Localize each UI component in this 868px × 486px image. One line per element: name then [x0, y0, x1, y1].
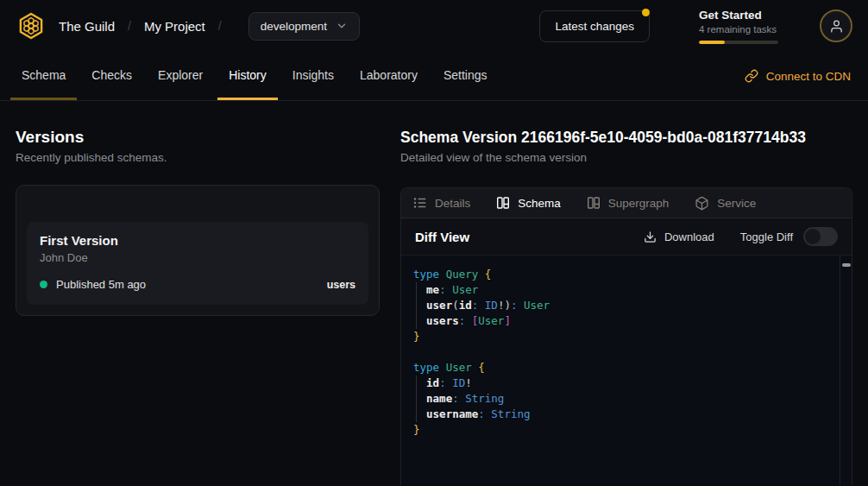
notification-dot [642, 9, 650, 16]
tab-details[interactable]: Details [413, 196, 470, 210]
version-name: First Version [40, 233, 355, 248]
latest-changes-button[interactable]: Latest changes [539, 10, 650, 42]
diff-view-header: Diff View Download Toggle Diff [401, 218, 852, 256]
versions-subtitle: Recently published schemas. [16, 151, 380, 165]
version-status: Published 5m ago [56, 278, 146, 291]
published-status-dot [40, 281, 47, 288]
schema-detail-box: Details Schema Supergraph [400, 187, 852, 485]
indent-guide [416, 376, 417, 422]
connect-cdn-link[interactable]: Connect to CDN [745, 69, 851, 83]
nav-tab-insights[interactable]: Insights [281, 52, 345, 100]
toggle-diff-switch[interactable] [803, 227, 838, 246]
version-list-item[interactable]: First Version John Doe Published 5m ago … [27, 222, 368, 305]
chevron-down-icon [336, 20, 348, 32]
get-started-progressbar [699, 41, 778, 44]
nav-tab-schema[interactable]: Schema [10, 52, 77, 100]
tab-supergraph[interactable]: Supergraph [587, 196, 670, 210]
main-nav: Schema Checks Explorer History Insights … [0, 52, 868, 101]
get-started-title: Get Started [699, 9, 778, 22]
download-label: Download [664, 230, 714, 243]
schema-version-subtitle: Detailed view of the schema version [400, 151, 852, 165]
versions-list-card: First Version John Doe Published 5m ago … [16, 185, 380, 316]
user-icon [829, 19, 844, 34]
toggle-knob [805, 229, 821, 244]
list-icon [413, 196, 427, 210]
diff-view-title: Diff View [415, 230, 469, 244]
versions-title: Versions [16, 128, 380, 147]
app-header: The Guild / My Project / development Lat… [0, 0, 868, 52]
tab-supergraph-label: Supergraph [608, 197, 670, 210]
schema-code-area[interactable]: type Query { me: User user(id: ID!): Use… [401, 256, 852, 485]
nav-tab-laboratory[interactable]: Laboratory [349, 52, 429, 100]
version-detail-panel: Schema Version 2166196f-5e10-4059-bd0a-0… [400, 101, 852, 486]
columns-icon [496, 196, 510, 210]
schema-version-title: Schema Version 2166196f-5e10-4059-bd0a-0… [400, 128, 852, 147]
environment-select[interactable]: development [248, 12, 360, 41]
get-started-widget[interactable]: Get Started 4 remaining tasks [699, 9, 778, 44]
cube-icon [695, 196, 709, 211]
environment-value: development [261, 20, 327, 33]
tab-schema[interactable]: Schema [496, 196, 561, 210]
nav-right: Connect to CDN [745, 52, 859, 100]
nav-tab-settings[interactable]: Settings [432, 52, 499, 100]
toggle-diff-label: Toggle Diff [740, 230, 793, 243]
tab-schema-label: Schema [518, 197, 561, 210]
nav-tab-history[interactable]: History [217, 52, 278, 100]
tab-service-label: Service [717, 197, 756, 210]
main-content: Versions Recently published schemas. Fir… [0, 101, 868, 486]
tab-service[interactable]: Service [695, 196, 756, 211]
get-started-subtitle: 4 remaining tasks [699, 24, 778, 35]
org-breadcrumb[interactable]: The Guild [59, 19, 115, 34]
breadcrumb-separator: / [218, 19, 222, 33]
tab-details-label: Details [435, 197, 470, 210]
nav-tab-explorer[interactable]: Explorer [147, 52, 214, 100]
nav-tab-checks[interactable]: Checks [80, 52, 143, 100]
hive-logo-icon[interactable] [16, 10, 47, 41]
detail-tabs: Details Schema Supergraph [401, 188, 852, 218]
breadcrumb-separator: / [128, 19, 131, 33]
connect-cdn-label: Connect to CDN [766, 70, 851, 83]
link-icon [745, 69, 758, 83]
indent-guide [416, 282, 417, 329]
download-icon [644, 230, 657, 243]
columns-icon [587, 196, 601, 210]
project-breadcrumb[interactable]: My Project [144, 19, 205, 34]
version-author: John Doe [40, 251, 355, 264]
service-tag: users [327, 279, 355, 291]
download-button[interactable]: Download [644, 230, 714, 243]
code-block: type Query { me: User user(id: ID!): Use… [413, 267, 834, 438]
progress-fill [699, 41, 725, 44]
code-scrollbar[interactable] [840, 256, 852, 485]
versions-panel: Versions Recently published schemas. Fir… [16, 101, 380, 486]
user-avatar[interactable] [820, 9, 852, 42]
scrollbar-thumb[interactable] [842, 263, 851, 267]
version-meta-row: Published 5m ago users [40, 278, 355, 291]
